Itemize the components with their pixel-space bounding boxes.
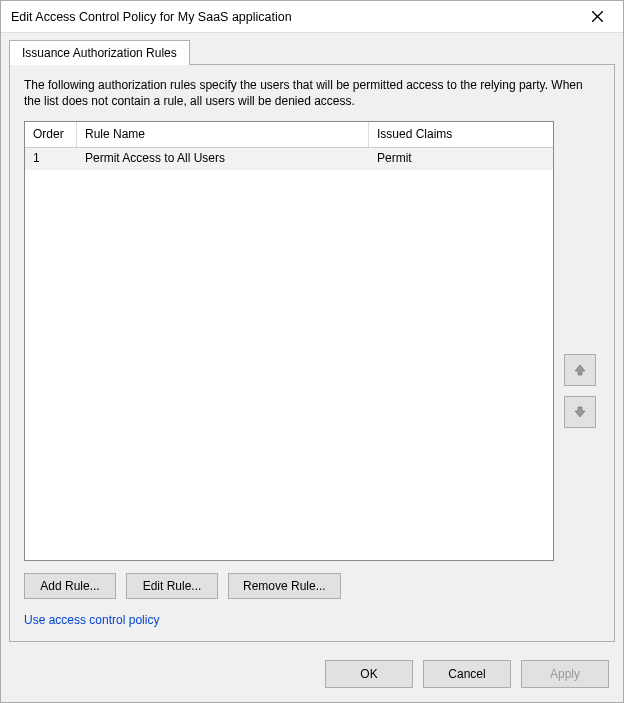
apply-button[interactable]: Apply bbox=[521, 660, 609, 688]
remove-rule-button[interactable]: Remove Rule... bbox=[228, 573, 341, 599]
window-title: Edit Access Control Policy for My SaaS a… bbox=[11, 10, 575, 24]
edit-rule-button[interactable]: Edit Rule... bbox=[126, 573, 218, 599]
cancel-button[interactable]: Cancel bbox=[423, 660, 511, 688]
tabstrip: Issuance Authorization Rules bbox=[1, 33, 623, 64]
move-down-button[interactable] bbox=[564, 396, 596, 428]
use-access-control-policy-link[interactable]: Use access control policy bbox=[24, 613, 600, 627]
reorder-controls bbox=[564, 221, 600, 561]
table-row[interactable]: 1 Permit Access to All Users Permit bbox=[25, 148, 553, 170]
close-button[interactable] bbox=[575, 2, 619, 32]
rules-table[interactable]: Order Rule Name Issued Claims 1 Permit A… bbox=[24, 121, 554, 561]
titlebar: Edit Access Control Policy for My SaaS a… bbox=[1, 1, 623, 33]
table-area: Order Rule Name Issued Claims 1 Permit A… bbox=[24, 121, 600, 561]
dialog-window: Edit Access Control Policy for My SaaS a… bbox=[0, 0, 624, 703]
ok-button[interactable]: OK bbox=[325, 660, 413, 688]
move-up-button[interactable] bbox=[564, 354, 596, 386]
cell-claims: Permit bbox=[369, 148, 553, 170]
col-header-claims[interactable]: Issued Claims bbox=[369, 122, 553, 147]
table-body: 1 Permit Access to All Users Permit bbox=[25, 148, 553, 560]
tab-panel: The following authorization rules specif… bbox=[9, 64, 615, 642]
col-header-order[interactable]: Order bbox=[25, 122, 77, 147]
col-header-name[interactable]: Rule Name bbox=[77, 122, 369, 147]
panel-description: The following authorization rules specif… bbox=[24, 77, 600, 109]
cell-name: Permit Access to All Users bbox=[77, 148, 369, 170]
tab-issuance-authorization-rules[interactable]: Issuance Authorization Rules bbox=[9, 40, 190, 65]
close-icon bbox=[592, 11, 603, 22]
add-rule-button[interactable]: Add Rule... bbox=[24, 573, 116, 599]
table-header-row: Order Rule Name Issued Claims bbox=[25, 122, 553, 148]
arrow-up-icon bbox=[573, 363, 587, 377]
cell-order: 1 bbox=[25, 148, 77, 170]
dialog-footer: OK Cancel Apply bbox=[1, 650, 623, 702]
arrow-down-icon bbox=[573, 405, 587, 419]
rule-buttons: Add Rule... Edit Rule... Remove Rule... bbox=[24, 573, 600, 599]
